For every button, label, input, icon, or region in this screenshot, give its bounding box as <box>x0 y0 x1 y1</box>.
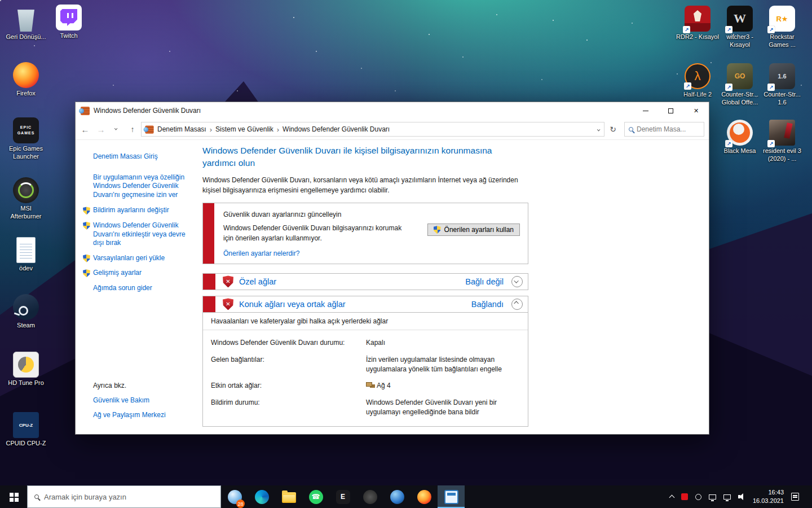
section-status: Bağlı değil <box>465 277 504 286</box>
taskbar-app-steam[interactable] <box>383 485 411 508</box>
resident-evil-3-icon <box>769 120 795 146</box>
desktop-icon-label: Counter-Str... Global Offe... <box>718 91 761 107</box>
desktop-icon-recycle-bin[interactable]: Geri Dönüşü... <box>5 6 47 41</box>
desktop-icon-cs16[interactable]: Counter-Str... 1.6 <box>761 63 804 107</box>
uac-shield-icon <box>83 222 90 230</box>
collapse-section-button[interactable] <box>511 299 523 310</box>
sidebar-item-restore-defaults[interactable]: Varsayılanları geri yükle <box>93 254 191 263</box>
system-tray: 16:43 16.03.2021 <box>670 485 812 508</box>
taskbar-app-edge[interactable] <box>248 485 275 508</box>
shortcut-arrow-icon <box>683 26 690 33</box>
desktop-icon-firefox[interactable]: Firefox <box>5 62 47 98</box>
taskbar-app-news[interactable]: 28 <box>221 485 248 508</box>
desktop-icon-label: Half-Life 2 <box>676 91 719 99</box>
desktop-icon-label: MSI Afterburner <box>5 205 47 221</box>
breadcrumb-item-firewall[interactable]: Windows Defender Güvenlik Duvarı <box>283 125 390 133</box>
chevron-down-icon <box>514 278 518 283</box>
address-bar[interactable]: Denetim Masası Sistem ve Güvenlik Window… <box>141 122 604 137</box>
sidebar-item-network-sharing-center[interactable]: Ağ ve Paylaşım Merkezi <box>93 411 191 420</box>
desktop-icon-cpu-z[interactable]: CPUID CPU-Z <box>5 412 47 448</box>
desktop-icon-msi-afterburner[interactable]: MSI Afterburner <box>5 177 47 221</box>
up-button[interactable] <box>125 122 140 137</box>
alert-body: Güvenlik duvarı ayarlarınızı güncelleyin… <box>214 203 528 264</box>
detail-value: Windows Defender Güvenlik Duvarı yeni bi… <box>366 398 516 417</box>
control-panel-search-input[interactable] <box>637 125 700 133</box>
taskbar-searchbox[interactable] <box>27 485 221 508</box>
network-icon <box>723 494 731 500</box>
uac-shield-icon <box>83 255 90 262</box>
desktop-icon-hd-tune[interactable]: HD Tune Pro <box>5 352 47 387</box>
panel-details: Windows Defender Güvenlik Duvarı durumu:… <box>203 330 528 426</box>
tray-volume-icon[interactable] <box>738 493 745 500</box>
taskbar-clock[interactable]: 16:43 16.03.2021 <box>753 488 784 505</box>
recent-pages-dropdown[interactable] <box>109 122 124 137</box>
taskbar: 28 16:43 16.03.2021 <box>0 485 812 508</box>
expand-section-button[interactable] <box>511 276 523 287</box>
use-recommended-settings-button[interactable]: Önerilen ayarları kullan <box>427 224 520 236</box>
action-center-button[interactable] <box>791 493 799 501</box>
breadcrumb-item-control-panel[interactable]: Denetim Masası <box>157 125 206 133</box>
control-panel-searchbox[interactable] <box>624 122 704 137</box>
desktop-icon-half-life-2[interactable]: Half-Life 2 <box>676 63 719 99</box>
sidebar-item-troubleshoot-network[interactable]: Ağımda sorun gider <box>93 284 191 293</box>
minimize-button[interactable] <box>633 102 658 119</box>
tray-network-icon[interactable] <box>723 494 731 500</box>
address-dropdown-button[interactable] <box>598 125 601 133</box>
alert-text: Windows Defender Güvenlik Duvarı bilgisa… <box>223 224 409 243</box>
desktop-icon-resident-evil-3[interactable]: resident evil 3 (2020) - ... <box>761 120 804 163</box>
taskbar-app-file-explorer[interactable] <box>275 485 302 508</box>
maximize-icon <box>668 108 673 113</box>
show-hidden-icons-button[interactable] <box>670 494 674 500</box>
desktop-icon-twitch[interactable]: Twitch <box>47 5 90 40</box>
tray-msi-icon[interactable] <box>681 493 688 500</box>
desktop-icon-rdr2[interactable]: RDR2 - Kısayol <box>676 6 719 41</box>
sidebar-item-turn-firewall-on-off[interactable]: Windows Defender Güvenlik Duvarı'nı etki… <box>93 221 191 248</box>
refresh-button[interactable] <box>606 122 620 137</box>
detail-value-text: Kapalı <box>366 338 385 348</box>
private-networks-section-header[interactable]: Özel ağlar Bağlı değil <box>202 273 528 290</box>
taskbar-search-input[interactable] <box>44 493 214 501</box>
desktop-icon-odev[interactable]: ödev <box>5 237 47 273</box>
sidebar-item-allow-app[interactable]: Bir uygulamanın veya özelliğin Windows D… <box>93 173 191 200</box>
section-title: Özel ağlar <box>239 277 276 286</box>
chevron-up-icon <box>669 495 674 501</box>
desktop-icon-epic-games[interactable]: Epic Games Launcher <box>5 117 47 161</box>
desktop-icon-label: Geri Dönüşü... <box>5 33 47 41</box>
wallpaper-stars <box>0 0 1 1</box>
tray-display-icon[interactable] <box>709 494 716 500</box>
back-button[interactable] <box>78 122 92 137</box>
start-button[interactable] <box>0 485 27 508</box>
forward-button[interactable] <box>94 122 108 137</box>
taskbar-app-firefox[interactable] <box>411 485 438 508</box>
desktop-icon-witcher3[interactable]: witcher3 - Kısayol <box>718 6 761 49</box>
desktop-icon-rockstar[interactable]: Rockstar Games ... <box>761 6 804 49</box>
window-titlebar[interactable]: Windows Defender Güvenlik Duvarı <box>76 102 709 119</box>
taskbar-apps: 28 <box>221 485 465 508</box>
recommended-settings-link[interactable]: Önerilen ayarlar nelerdir? <box>223 249 299 257</box>
cpu-z-icon <box>13 412 39 438</box>
sidebar-item-security-maintenance[interactable]: Güvenlik ve Bakım <box>93 396 191 405</box>
public-networks-section-header[interactable]: Konuk ağları veya ortak ağlar Bağlandı <box>202 296 528 313</box>
sidebar-item-advanced-settings[interactable]: Gelişmiş ayarlar <box>93 269 191 278</box>
sidebar-item-change-notification-settings[interactable]: Bildirim ayarlarını değiştir <box>93 206 191 215</box>
csgo-icon <box>727 63 753 89</box>
desktop-icon-black-mesa[interactable]: Black Mesa <box>718 120 761 155</box>
steam-icon <box>13 294 39 320</box>
shortcut-arrow-icon <box>725 26 732 33</box>
taskbar-app-dark[interactable] <box>356 485 383 508</box>
breadcrumb-item-system-security[interactable]: Sistem ve Güvenlik <box>215 125 273 133</box>
taskbar-app-epic-games[interactable] <box>329 485 356 508</box>
location-icon <box>145 125 153 133</box>
taskbar-app-control-panel-active[interactable] <box>438 485 465 508</box>
firewall-update-alert: Güvenlik duvarı ayarlarınızı güncelleyin… <box>202 203 528 264</box>
maximize-button[interactable] <box>658 102 683 119</box>
desktop-icon-steam[interactable]: Steam <box>5 294 47 330</box>
desktop-icon-csgo[interactable]: Counter-Str... Global Offe... <box>718 63 761 107</box>
tray-app-icon[interactable] <box>695 494 701 500</box>
shortcut-arrow-icon <box>767 26 775 33</box>
sidebar-item-home[interactable]: Denetim Masası Giriş <box>93 152 191 161</box>
close-button[interactable] <box>683 102 709 119</box>
navigation-bar: Denetim Masası Sistem ve Güvenlik Window… <box>76 119 709 140</box>
taskbar-app-whatsapp[interactable] <box>302 485 329 508</box>
detail-label: Windows Defender Güvenlik Duvarı durumu: <box>211 338 366 348</box>
